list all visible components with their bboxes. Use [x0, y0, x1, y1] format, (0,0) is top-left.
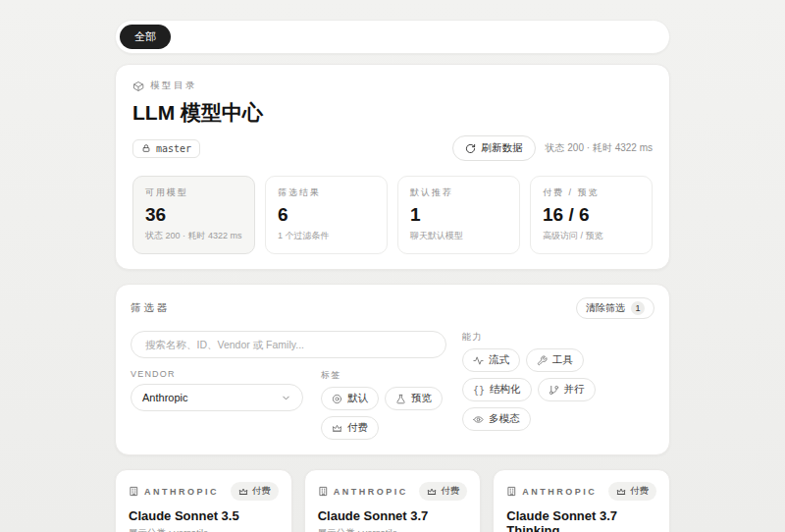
tag-chip-label: 预览 [411, 392, 432, 405]
header-actions: 刷新数据 状态 200 · 耗时 4322 ms [452, 135, 653, 161]
stat-label: 筛选结果 [278, 186, 375, 199]
vendor-row: ANTHROPIC [129, 486, 219, 497]
building-icon [129, 486, 139, 497]
clear-filters-label: 清除筛选 [586, 301, 625, 315]
stats-row: 可用模型 36 状态 200 · 耗时 4322 ms 筛选结果 6 1 个过滤… [132, 176, 653, 254]
branch-label: master [156, 143, 191, 154]
model-title: Claude Sonnet 3.7 Thinking [506, 508, 656, 532]
stat-card-filtered: 筛选结果 6 1 个过滤条件 [265, 176, 388, 254]
vendor-select[interactable]: Anthropic [131, 384, 303, 411]
capability-chip-label: 并行 [564, 383, 585, 397]
wave-icon [473, 355, 484, 366]
building-icon [506, 486, 517, 497]
paid-badge-label: 付费 [630, 485, 649, 498]
search-input[interactable] [131, 331, 446, 358]
paid-badge: 付费 [419, 482, 467, 501]
crown-icon [427, 487, 437, 497]
filter-groups-row: VENDOR Anthropic 标签 默认 [131, 369, 446, 440]
tag-chip-label: 默认 [347, 392, 368, 405]
wrench-icon [537, 355, 548, 366]
building-icon [318, 486, 329, 497]
filter-card: 筛选器 清除筛选 1 VENDOR Anthropic [115, 284, 670, 455]
page-title: LLM 模型中心 [132, 99, 653, 127]
header-card: 模型目录 LLM 模型中心 master 刷新数据 状态 200 · 耗时 43… [115, 64, 670, 270]
catalog-icon [132, 80, 144, 92]
filter-title: 筛选器 [131, 301, 171, 315]
vendor-label: VENDOR [131, 369, 303, 379]
stat-card-default: 默认推荐 1 聊天默认模型 [397, 176, 520, 254]
flask-icon [395, 394, 406, 404]
header-meta-row: master 刷新数据 状态 200 · 耗时 4322 ms [132, 135, 653, 161]
model-title: Claude Sonnet 3.5 [129, 508, 279, 523]
vendor-row: ANTHROPIC [318, 486, 408, 497]
model-card-claude-sonnet-3-7[interactable]: ANTHROPIC 付费 Claude Sonnet 3.7 展示分类 : ve… [304, 469, 482, 532]
capability-chip-tools[interactable]: 工具 [526, 348, 584, 372]
stat-value: 6 [278, 204, 375, 226]
model-card-header: ANTHROPIC 付费 [506, 482, 656, 501]
filter-left-column: VENDOR Anthropic 标签 默认 [131, 331, 446, 440]
model-card-header: ANTHROPIC 付费 [129, 482, 279, 501]
capability-chip-streaming[interactable]: 流式 [462, 348, 520, 372]
crown-icon [332, 423, 342, 434]
status-text: 状态 200 · 耗时 4322 ms [546, 141, 653, 155]
capability-chip-label: 流式 [489, 353, 509, 367]
stat-sub: 高级访问 / 预览 [543, 230, 640, 242]
capability-chip-label: 结构化 [490, 383, 521, 397]
eye-icon [473, 414, 484, 425]
tag-chip-preview[interactable]: 预览 [385, 387, 443, 410]
eyebrow-label: 模型目录 [150, 80, 197, 92]
vendor-selected-value: Anthropic [142, 392, 187, 403]
vendor-row: ANTHROPIC [506, 486, 597, 497]
refresh-icon [465, 143, 476, 154]
tags-group: 标签 默认 预览 付费 [321, 369, 446, 440]
capability-chip-multimodal[interactable]: 多模态 [462, 407, 531, 431]
branch-icon [549, 385, 559, 396]
breadcrumb: 模型目录 [132, 80, 653, 92]
paid-badge-label: 付费 [252, 485, 271, 498]
capability-label: 能力 [462, 331, 654, 344]
tab-all[interactable]: 全部 [120, 25, 171, 49]
model-card-grid: ANTHROPIC 付费 Claude Sonnet 3.5 展示分类 : ve… [115, 469, 670, 532]
stat-sub: 1 个过滤条件 [278, 230, 375, 242]
model-card-header: ANTHROPIC 付费 [318, 482, 468, 501]
capability-chip-label: 多模态 [489, 412, 520, 426]
vendor-group: VENDOR Anthropic [131, 369, 303, 411]
lock-icon [141, 143, 151, 153]
filter-body: VENDOR Anthropic 标签 默认 [131, 331, 654, 440]
model-card-claude-sonnet-3-7-thinking[interactable]: ANTHROPIC 付费 Claude Sonnet 3.7 Thinking … [493, 469, 670, 532]
stat-value: 16 / 6 [543, 204, 640, 226]
vendor-name: ANTHROPIC [522, 487, 597, 497]
tag-chips: 默认 预览 付费 [321, 387, 446, 440]
model-card-claude-sonnet-3-5[interactable]: ANTHROPIC 付费 Claude Sonnet 3.5 展示分类 : ve… [115, 469, 292, 532]
refresh-label: 刷新数据 [482, 141, 523, 155]
paid-badge: 付费 [608, 482, 656, 501]
clear-filters-button[interactable]: 清除筛选 1 [576, 297, 654, 319]
stat-label: 付费 / 预览 [543, 186, 640, 199]
tag-chip-paid[interactable]: 付费 [321, 416, 379, 440]
target-icon [332, 394, 342, 404]
vendor-name: ANTHROPIC [144, 487, 219, 497]
tag-chip-label: 付费 [347, 421, 368, 435]
model-category: 展示分类 : versatile [318, 527, 468, 532]
refresh-button[interactable]: 刷新数据 [452, 135, 536, 161]
page-content: 全部 模型目录 LLM 模型中心 master 刷新数据 状态 200 · 耗时… [115, 20, 670, 532]
tags-label: 标签 [321, 369, 446, 382]
filter-header: 筛选器 清除筛选 1 [131, 297, 654, 319]
capability-group: 能力 流式 工具 {} 结构化 [462, 331, 654, 440]
vendor-name: ANTHROPIC [334, 487, 408, 497]
braces-icon: {} [473, 385, 485, 396]
paid-badge-label: 付费 [441, 485, 459, 498]
stat-value: 1 [410, 204, 507, 226]
stat-label: 默认推荐 [410, 186, 507, 199]
top-tab-bar: 全部 [115, 20, 670, 54]
capability-chips: 流式 工具 {} 结构化 并行 [462, 348, 654, 431]
stat-card-available: 可用模型 36 状态 200 · 耗时 4322 ms [132, 176, 255, 254]
tag-chip-default[interactable]: 默认 [321, 387, 379, 410]
crown-icon [616, 487, 626, 497]
capability-chip-parallel[interactable]: 并行 [538, 378, 596, 401]
capability-chip-label: 工具 [552, 353, 573, 367]
stat-sub: 聊天默认模型 [410, 230, 507, 242]
capability-chip-structured[interactable]: {} 结构化 [462, 378, 532, 401]
stat-value: 36 [145, 204, 242, 226]
stat-label: 可用模型 [145, 186, 242, 199]
